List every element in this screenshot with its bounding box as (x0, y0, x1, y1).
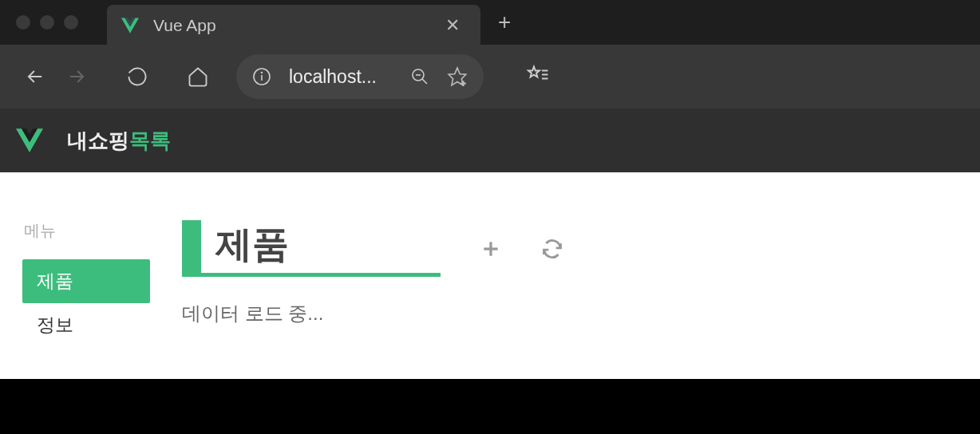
refresh-button[interactable] (118, 57, 156, 96)
window-minimize[interactable] (40, 15, 54, 30)
app-title-part1: 내쇼핑 (67, 128, 129, 152)
sidebar-item-products[interactable]: 제품 (22, 259, 150, 303)
reload-button[interactable] (541, 238, 563, 260)
browser-tab-bar: Vue App ✕ + (0, 0, 980, 45)
page-title: 제품 (215, 220, 289, 273)
svg-line-4 (422, 79, 427, 84)
home-button[interactable] (179, 57, 217, 96)
main-content: 제품 데이터 로드 중... (182, 220, 958, 347)
app-title-part2: 목록 (129, 128, 171, 152)
app-title: 내쇼핑목록 (67, 127, 171, 155)
sidebar-label: 메뉴 (22, 220, 150, 242)
add-favorite-icon[interactable] (447, 66, 468, 87)
tab-close-icon[interactable]: ✕ (441, 14, 464, 37)
sidebar: 메뉴 제품 정보 (22, 220, 150, 347)
info-icon[interactable] (252, 67, 271, 86)
loading-text: 데이터 로드 중... (182, 301, 958, 326)
title-accent (182, 220, 201, 273)
svg-marker-9 (528, 67, 539, 77)
browser-nav-bar: localhost... (0, 45, 980, 108)
window-maximize[interactable] (64, 15, 78, 30)
app-header: 내쇼핑목록 (0, 108, 980, 172)
address-text: localhost... (289, 66, 393, 88)
favorites-button[interactable] (519, 57, 557, 96)
window-controls (16, 15, 78, 30)
window-close[interactable] (16, 15, 30, 30)
forward-button[interactable] (57, 57, 96, 96)
sidebar-item-info[interactable]: 정보 (22, 303, 150, 347)
address-bar[interactable]: localhost... (236, 54, 484, 99)
zoom-out-icon[interactable] (410, 67, 429, 86)
back-button[interactable] (16, 57, 54, 96)
tab-title: Vue App (153, 16, 441, 35)
browser-tab[interactable]: Vue App ✕ (107, 5, 480, 46)
vue-favicon-icon (121, 18, 139, 34)
add-button[interactable] (480, 239, 501, 259)
page-title-wrap: 제품 (182, 220, 441, 277)
svg-point-2 (262, 73, 263, 73)
vue-logo-icon (16, 128, 43, 152)
new-tab-button[interactable]: + (498, 10, 511, 35)
